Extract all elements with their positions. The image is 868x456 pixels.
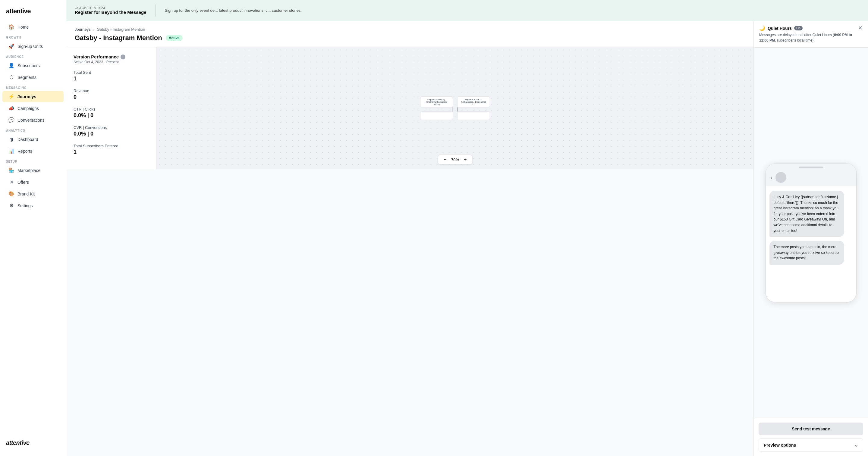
- journey-icon: ⚡: [8, 94, 14, 99]
- sidebar-item-label: Offers: [18, 180, 29, 185]
- sidebar-item-label: Conversations: [18, 118, 44, 123]
- sidebar-item-label: Campaigns: [18, 106, 39, 111]
- phone-notch: [799, 167, 823, 168]
- flow-container: Segment is Gatsby - Original Ambassadors…: [157, 47, 753, 169]
- stat-subscribers-entered: Total Subscribers Entered 1: [73, 144, 149, 155]
- phone-status-bar: [766, 164, 856, 170]
- moon-icon: 🌙: [759, 25, 765, 31]
- sidebar-item-reports[interactable]: 📊 Reports: [2, 145, 64, 157]
- sidebar-item-label: Marketplace: [18, 168, 40, 173]
- stats-period: Active Oct 4, 2023 - Present: [73, 60, 149, 64]
- zoom-in-button[interactable]: +: [463, 157, 468, 162]
- flow-nodes: Segment is Gatsby - Original Ambassadors…: [421, 96, 490, 120]
- preview-options-label: Preview options: [764, 443, 796, 448]
- preview-options-button[interactable]: Preview options ⌄: [758, 438, 863, 452]
- journey-title: Gatsby - Instagram Mention: [75, 34, 162, 42]
- person-icon: 👤: [8, 63, 14, 68]
- zoom-out-button[interactable]: −: [442, 157, 447, 162]
- sidebar-item-journeys[interactable]: ⚡ Journeys: [2, 91, 64, 102]
- banner-description: Sign up for the only event de... latest …: [165, 8, 302, 13]
- campaigns-icon: 📣: [8, 105, 14, 111]
- stat-total-sent: Total Sent 1: [73, 70, 149, 82]
- quiet-hours-title: 🌙 Quiet Hours On: [759, 25, 855, 31]
- top-banner: OCTOBER 18, 2023 Register for Beyond the…: [66, 0, 868, 21]
- stat-cvr: CVR | Conversions 0.0% | 0: [73, 125, 149, 137]
- flow-node-bottom-right[interactable]: [457, 111, 490, 120]
- stats-section-title: Version Performance i: [73, 54, 149, 59]
- quiet-hours-description: Messages are delayed until after Quiet H…: [759, 32, 855, 43]
- brand-kit-icon: 🎨: [8, 191, 14, 197]
- breadcrumb-separator: ›: [93, 27, 94, 32]
- banner-title: Register for Beyond the Message: [75, 10, 147, 15]
- sidebar-item-campaigns[interactable]: 📣 Campaigns: [2, 103, 64, 114]
- offers-icon: ✕: [8, 179, 14, 185]
- chat-bubble-1: Lucy & Co.: Hey {{subscriber.firstName |…: [770, 191, 844, 237]
- quiet-hours-badge: On: [794, 26, 803, 30]
- sidebar-item-signup-units[interactable]: 🚀 Sign-up Units: [2, 41, 64, 52]
- breadcrumb-current: Gatsby - Instagram Mention: [97, 27, 145, 32]
- sidebar-item-settings[interactable]: ⚙ Settings: [2, 200, 64, 211]
- chevron-down-icon: ⌄: [854, 442, 858, 448]
- sidebar-item-label: Home: [18, 25, 29, 30]
- conversations-icon: 💬: [8, 117, 14, 123]
- main-content: OCTOBER 18, 2023 Register for Beyond the…: [66, 0, 868, 456]
- send-test-button[interactable]: Send test message: [758, 423, 863, 435]
- sidebar-item-label: Subscribers: [18, 63, 40, 68]
- sidebar: attentive 🏠 Home GROWTH 🚀 Sign-up Units …: [0, 0, 66, 456]
- settings-icon: ⚙: [8, 203, 14, 208]
- sidebar-item-conversations[interactable]: 💬 Conversations: [2, 115, 64, 126]
- sidebar-section-messaging: MESSAGING: [0, 83, 66, 91]
- sidebar-item-marketplace[interactable]: 🏪 Marketplace: [2, 165, 64, 176]
- phone-header: ‹: [766, 170, 856, 186]
- breadcrumb: Journeys › Gatsby - Instagram Mention: [75, 27, 745, 32]
- phone-back-icon: ‹: [771, 174, 772, 181]
- flow-node-bottom-left[interactable]: [421, 111, 453, 120]
- sidebar-section-audience: AUDIENCE: [0, 52, 66, 60]
- flow-connector: [457, 107, 458, 111]
- sidebar-section-growth: GROWTH: [0, 33, 66, 40]
- quiet-hours-time: 8:00 PM to 12:00 PM: [759, 33, 852, 42]
- sidebar-section-setup: SETUP: [0, 157, 66, 164]
- home-icon: 🏠: [8, 24, 14, 30]
- stats-panel: Version Performance i Active Oct 4, 2023…: [66, 47, 157, 169]
- info-icon[interactable]: i: [121, 55, 125, 59]
- sidebar-item-home[interactable]: 🏠 Home: [2, 21, 64, 33]
- sidebar-item-brand-kit[interactable]: 🎨 Brand Kit: [2, 188, 64, 199]
- phone-avatar: [775, 172, 786, 183]
- chat-bubble-2: The more posts you tag us in, the more g…: [770, 241, 844, 265]
- attentive-logo: attentive: [6, 439, 60, 446]
- sidebar-logo: attentive: [0, 5, 66, 21]
- sidebar-bottom: attentive: [0, 435, 66, 451]
- journey-panel: Journeys › Gatsby - Instagram Mention Ga…: [66, 21, 753, 456]
- sidebar-item-dashboard[interactable]: ◑ Dashboard: [2, 134, 64, 145]
- banner-date: OCTOBER 18, 2023: [75, 6, 147, 10]
- status-badge: Active: [166, 35, 183, 41]
- sidebar-item-label: Journeys: [18, 94, 36, 99]
- close-quiet-hours-button[interactable]: ✕: [858, 25, 863, 31]
- zoom-controls: − 70% +: [438, 155, 472, 164]
- banner-date-title: OCTOBER 18, 2023 Register for Beyond the…: [75, 6, 147, 15]
- reports-icon: 📊: [8, 148, 14, 154]
- sidebar-item-offers[interactable]: ✕ Offers: [2, 176, 64, 188]
- segments-icon: ⬡: [8, 74, 14, 80]
- sidebar-item-label: Dashboard: [18, 137, 38, 142]
- breadcrumb-parent[interactable]: Journeys: [75, 27, 91, 32]
- marketplace-icon: 🏪: [8, 167, 14, 173]
- content-area: Journeys › Gatsby - Instagram Mention Ga…: [66, 21, 868, 456]
- sidebar-item-subscribers[interactable]: 👤 Subscribers: [2, 60, 64, 71]
- sidebar-item-segments[interactable]: ⬡ Segments: [2, 72, 64, 83]
- quiet-hours-bar: 🌙 Quiet Hours On Messages are delayed un…: [754, 21, 868, 47]
- flow-node[interactable]: Segment is Ga... 0 Ambassador... Disqual…: [457, 96, 490, 107]
- phone-mockup: ‹ Lucy & Co.: Hey {{subscriber.firstName…: [766, 164, 856, 302]
- journey-title-row: Gatsby - Instagram Mention Active: [75, 34, 745, 42]
- phone-chat-area: Lucy & Co.: Hey {{subscriber.firstName |…: [766, 186, 856, 302]
- dashboard-icon: ◑: [8, 136, 14, 142]
- phone-mockup-container: ‹ Lucy & Co.: Hey {{subscriber.firstName…: [754, 47, 868, 418]
- rocket-icon: 🚀: [8, 43, 14, 49]
- flow-node[interactable]: Segment is Gatsby - Original Ambassadors…: [421, 96, 453, 107]
- stat-revenue: Revenue 0: [73, 89, 149, 100]
- sidebar-item-label: Settings: [18, 203, 33, 208]
- canvas-area[interactable]: Segment is Gatsby - Original Ambassadors…: [157, 47, 753, 169]
- sidebar-item-label: Sign-up Units: [18, 44, 43, 49]
- journey-header: Journeys › Gatsby - Instagram Mention Ga…: [66, 21, 753, 47]
